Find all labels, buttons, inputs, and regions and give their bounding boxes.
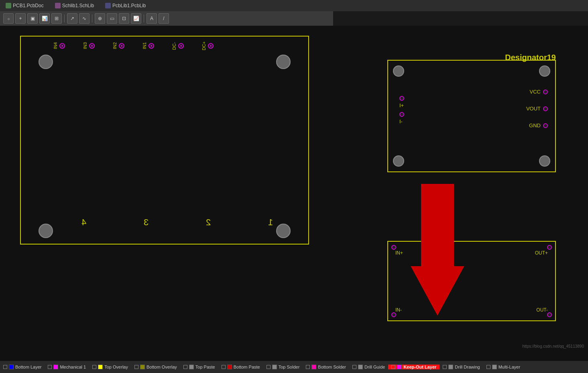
layer-botpaste-cb[interactable] bbox=[222, 365, 226, 369]
pin-btn[interactable]: ⊕ bbox=[95, 13, 105, 24]
pin-in2-dot bbox=[119, 43, 124, 49]
layer-keepout[interactable]: Keep-Out Layer bbox=[388, 365, 439, 369]
layer-top-overlay[interactable]: Top Overlay bbox=[89, 365, 131, 369]
layer-keepout-color bbox=[397, 365, 402, 369]
rect-btn[interactable]: ▣ bbox=[27, 13, 38, 24]
canvas-area[interactable]: IN4 IN3 IN2 IN1 DC- DC+ bbox=[0, 26, 588, 361]
layer-toppaste-label: Top Paste bbox=[195, 365, 215, 369]
pin-in3-dot bbox=[89, 43, 95, 49]
layer-mech-cb[interactable] bbox=[48, 365, 52, 369]
outminus-group: OUT- bbox=[536, 306, 548, 313]
chart-btn[interactable]: 📊 bbox=[39, 13, 50, 24]
layer-bottom-color bbox=[9, 365, 14, 369]
outminus-label: OUT- bbox=[536, 307, 548, 313]
tab-pcbdoc-label: PCB1.PcbDoc bbox=[13, 3, 44, 8]
tab-pcblib[interactable]: PcbLib1.PcbLib bbox=[103, 2, 148, 9]
layer-drill-guide[interactable]: Drill Guide bbox=[349, 365, 388, 369]
filter-btn[interactable]: ⬦ bbox=[3, 13, 14, 24]
layer-bottom-solder[interactable]: Bottom Solder bbox=[303, 365, 349, 369]
rt-corner-bl bbox=[393, 155, 404, 167]
layer-keepout-label: Keep-Out Layer bbox=[403, 365, 436, 369]
vout-pad bbox=[543, 106, 548, 111]
layer-multi-color bbox=[492, 365, 497, 369]
layer-topov-label: Top Overlay bbox=[104, 365, 128, 369]
add-btn[interactable]: + bbox=[15, 13, 26, 24]
vcc-group: VCC bbox=[530, 89, 548, 95]
layer-mech-color bbox=[53, 365, 58, 369]
graph-btn[interactable]: 📈 bbox=[131, 13, 141, 24]
layer-mech-label: Mechanical 1 bbox=[60, 365, 86, 369]
vout-group: VOUT bbox=[526, 106, 548, 112]
pcbdoc-icon bbox=[6, 3, 11, 8]
pin-dc-plus-dot bbox=[208, 43, 214, 49]
outplus-group: OUT+ bbox=[535, 249, 548, 256]
sep3 bbox=[144, 14, 144, 22]
layer-bottom-paste[interactable]: Bottom Paste bbox=[218, 365, 263, 369]
layer-bottom-label: Bottom Layer bbox=[15, 365, 41, 369]
rt-corner-tr bbox=[539, 65, 550, 77]
layer-botpaste-color bbox=[227, 365, 232, 369]
layer-botov-color bbox=[140, 365, 145, 369]
corner-bl bbox=[39, 224, 53, 238]
layer-bottom[interactable]: Bottom Layer bbox=[0, 365, 45, 369]
layer-drilld-cb[interactable] bbox=[443, 365, 447, 369]
num-3: 3 bbox=[144, 217, 149, 228]
iplus-group: I+ bbox=[399, 96, 404, 109]
vout-label: VOUT bbox=[526, 106, 541, 112]
layer-bottom-cb[interactable] bbox=[3, 365, 7, 369]
layer-top-solder[interactable]: Top Solder bbox=[263, 365, 303, 369]
pin-in2: IN2 bbox=[112, 41, 124, 50]
pin-in3: IN3 bbox=[83, 41, 95, 50]
layer-keepout-cb[interactable] bbox=[391, 365, 395, 369]
tab-schlib-label: Schlib1.SchLib bbox=[62, 3, 94, 8]
pcblib-icon bbox=[105, 3, 111, 8]
layer-topov-color bbox=[98, 365, 103, 369]
vcc-pad bbox=[543, 90, 548, 94]
tab-pcbdoc[interactable]: PCB1.PcbDoc bbox=[3, 2, 46, 9]
layer-bottom-overlay[interactable]: Bottom Overlay bbox=[131, 365, 180, 369]
layer-botov-cb[interactable] bbox=[134, 365, 138, 369]
iminus-label: I- bbox=[399, 118, 403, 124]
layer-toppaste-cb[interactable] bbox=[183, 365, 187, 369]
iplus-pad bbox=[399, 96, 404, 101]
grid-btn[interactable]: ⊞ bbox=[51, 13, 62, 24]
pin-in1-dot bbox=[149, 43, 154, 49]
pin-dc-plus: DC+ bbox=[201, 41, 214, 50]
iminus-group: I- bbox=[399, 112, 404, 125]
pcb-left-board: IN4 IN3 IN2 IN1 DC- DC+ bbox=[20, 36, 309, 245]
select-btn[interactable]: ⊡ bbox=[119, 13, 129, 24]
layer-multi-cb[interactable] bbox=[486, 365, 490, 369]
wave-btn[interactable]: ∿ bbox=[79, 13, 90, 24]
num-4: 4 bbox=[81, 217, 86, 228]
toolbar: ⬦ + ▣ 📊 ⊞ ↗ ∿ ⊕ ▭ ⊡ 📈 A / bbox=[0, 11, 333, 26]
rt-corner-br bbox=[539, 155, 550, 167]
layer-botsold-cb[interactable] bbox=[306, 365, 310, 369]
layer-topsold-color bbox=[272, 365, 277, 369]
layer-botov-label: Bottom Overlay bbox=[146, 365, 177, 369]
layer-mechanical[interactable]: Mechanical 1 bbox=[45, 365, 89, 369]
route-btn[interactable]: ↗ bbox=[67, 13, 77, 24]
layer-top-paste[interactable]: Top Paste bbox=[180, 365, 218, 369]
rt-corner-tl bbox=[393, 65, 404, 77]
pin-in4-dot bbox=[59, 43, 65, 49]
corner-tr bbox=[276, 55, 291, 69]
gnd-pad bbox=[543, 123, 548, 128]
pin-in1: IN1 bbox=[142, 41, 154, 50]
text-btn[interactable]: A bbox=[146, 13, 157, 24]
layer-drill-drawing[interactable]: Drill Drawing bbox=[439, 365, 483, 369]
outplus-label: OUT+ bbox=[535, 250, 548, 256]
line-btn[interactable]: / bbox=[159, 13, 169, 24]
layer-multi[interactable]: Multi-Layer bbox=[483, 365, 523, 369]
layer-topov-cb[interactable] bbox=[92, 365, 96, 369]
pin-in4: IN4 bbox=[53, 41, 65, 50]
inplus-label: IN+ bbox=[395, 250, 403, 256]
gnd-label: GND bbox=[529, 122, 541, 128]
bottom-numbers: 4 3 2 1 bbox=[53, 217, 302, 228]
inplus-group: IN+ bbox=[395, 249, 403, 256]
layer-toppaste-color bbox=[189, 365, 194, 369]
tab-schlib[interactable]: Schlib1.SchLib bbox=[53, 2, 96, 9]
layer-drillg-cb[interactable] bbox=[352, 365, 356, 369]
box-btn[interactable]: ▭ bbox=[107, 13, 117, 24]
title-bar: PCB1.PcbDoc Schlib1.SchLib PcbLib1.PcbLi… bbox=[0, 0, 588, 11]
layer-topsold-cb[interactable] bbox=[267, 365, 271, 369]
